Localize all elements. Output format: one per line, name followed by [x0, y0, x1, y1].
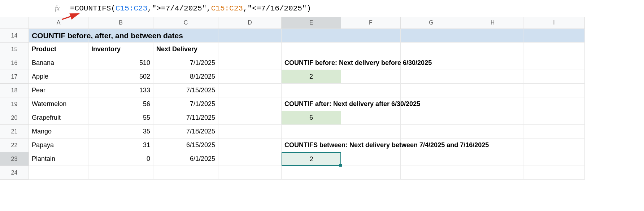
- cell-A20[interactable]: Grapefruit: [29, 111, 88, 125]
- cell-E17[interactable]: 2: [282, 70, 341, 84]
- cell-C23[interactable]: 6/1/2025: [153, 152, 218, 166]
- cell-D17[interactable]: [218, 70, 282, 84]
- cell-H14[interactable]: [462, 29, 523, 43]
- row-header-15[interactable]: 15: [0, 43, 29, 56]
- cell-A19[interactable]: Watermelon: [29, 97, 88, 111]
- select-all-corner[interactable]: [0, 17, 29, 29]
- cell-B17[interactable]: 502: [88, 70, 153, 84]
- cell-F24[interactable]: [341, 166, 401, 180]
- cell-A23[interactable]: Plantain: [29, 152, 88, 166]
- spreadsheet-grid[interactable]: A B C D E F G H I 14 COUNTIF before, aft…: [0, 17, 644, 180]
- row-header-20[interactable]: 20: [0, 111, 29, 125]
- cell-I16[interactable]: [523, 56, 585, 70]
- cell-H18[interactable]: [462, 84, 523, 97]
- row-header-21[interactable]: 21: [0, 125, 29, 139]
- cell-C24[interactable]: [153, 166, 218, 180]
- cell-H19[interactable]: [462, 97, 523, 111]
- cell-G24[interactable]: [401, 166, 462, 180]
- cell-I21[interactable]: [523, 125, 585, 139]
- cell-C16[interactable]: 7/1/2025: [153, 56, 218, 70]
- cell-H16[interactable]: [462, 56, 523, 70]
- cell-I19[interactable]: [523, 97, 585, 111]
- col-header-H[interactable]: H: [462, 17, 523, 29]
- cell-A18[interactable]: Pear: [29, 84, 88, 97]
- cell-F23[interactable]: [341, 152, 401, 166]
- cell-B21[interactable]: 35: [88, 125, 153, 139]
- cell-H24[interactable]: [462, 166, 523, 180]
- cell-A22[interactable]: Papaya: [29, 139, 88, 152]
- cell-I17[interactable]: [523, 70, 585, 84]
- cell-A24[interactable]: [29, 166, 88, 180]
- col-header-E[interactable]: E: [282, 17, 341, 29]
- cell-G21[interactable]: [401, 125, 462, 139]
- cell-G23[interactable]: [401, 152, 462, 166]
- col-header-A[interactable]: A: [29, 17, 88, 29]
- cell-C21[interactable]: 7/18/2025: [153, 125, 218, 139]
- cell-F21[interactable]: [341, 125, 401, 139]
- col-header-B[interactable]: B: [88, 17, 153, 29]
- cell-A21[interactable]: Mango: [29, 125, 88, 139]
- cell-H23[interactable]: [462, 152, 523, 166]
- row-header-16[interactable]: 16: [0, 56, 29, 70]
- row-header-19[interactable]: 19: [0, 97, 29, 111]
- formula-input[interactable]: =COUNTIFS( C15:C23 , ">=7/4/2025" , C15:…: [64, 4, 311, 13]
- cell-C15[interactable]: Next Delivery: [153, 43, 218, 56]
- col-header-D[interactable]: D: [218, 17, 282, 29]
- cell-D22[interactable]: [218, 139, 282, 152]
- cell-D21[interactable]: [218, 125, 282, 139]
- cell-F18[interactable]: [341, 84, 401, 97]
- cell-C19[interactable]: 7/1/2025: [153, 97, 218, 111]
- cell-E24[interactable]: [282, 166, 341, 180]
- cell-E22[interactable]: COUNTIFS between: Next delivery between …: [282, 139, 341, 152]
- cell-A17[interactable]: Apple: [29, 70, 88, 84]
- cell-B20[interactable]: 55: [88, 111, 153, 125]
- col-header-G[interactable]: G: [401, 17, 462, 29]
- cell-E15[interactable]: [282, 43, 341, 56]
- col-header-I[interactable]: I: [523, 17, 585, 29]
- cell-E14[interactable]: [282, 29, 341, 43]
- cell-F15[interactable]: [341, 43, 401, 56]
- cell-A16[interactable]: Banana: [29, 56, 88, 70]
- cell-C20[interactable]: 7/11/2025: [153, 111, 218, 125]
- cell-G15[interactable]: [401, 43, 462, 56]
- cell-F20[interactable]: [341, 111, 401, 125]
- cell-D23[interactable]: [218, 152, 282, 166]
- cell-B15[interactable]: Inventory: [88, 43, 153, 56]
- row-header-18[interactable]: 18: [0, 84, 29, 97]
- col-header-F[interactable]: F: [341, 17, 401, 29]
- cell-E20[interactable]: 6: [282, 111, 341, 125]
- cell-G20[interactable]: [401, 111, 462, 125]
- cell-D15[interactable]: [218, 43, 282, 56]
- cell-B16[interactable]: 510: [88, 56, 153, 70]
- cell-C17[interactable]: 8/1/2025: [153, 70, 218, 84]
- cell-G17[interactable]: [401, 70, 462, 84]
- cell-H15[interactable]: [462, 43, 523, 56]
- cell-I14[interactable]: [523, 29, 585, 43]
- cell-C18[interactable]: 7/15/2025: [153, 84, 218, 97]
- cell-D18[interactable]: [218, 84, 282, 97]
- cell-G18[interactable]: [401, 84, 462, 97]
- cell-H20[interactable]: [462, 111, 523, 125]
- cell-B23[interactable]: 0: [88, 152, 153, 166]
- cell-D19[interactable]: [218, 97, 282, 111]
- row-header-22[interactable]: 22: [0, 139, 29, 152]
- cell-E23[interactable]: 2: [282, 152, 341, 166]
- cell-D24[interactable]: [218, 166, 282, 180]
- cell-G14[interactable]: [401, 29, 462, 43]
- cell-A15[interactable]: Product: [29, 43, 88, 56]
- cell-I18[interactable]: [523, 84, 585, 97]
- cell-E18[interactable]: [282, 84, 341, 97]
- row-header-24[interactable]: 24: [0, 166, 29, 180]
- col-header-C[interactable]: C: [153, 17, 218, 29]
- cell-B18[interactable]: 133: [88, 84, 153, 97]
- cell-C22[interactable]: 6/15/2025: [153, 139, 218, 152]
- cell-I20[interactable]: [523, 111, 585, 125]
- row-header-14[interactable]: 14: [0, 29, 29, 43]
- cell-D14[interactable]: [218, 29, 282, 43]
- cell-B22[interactable]: 31: [88, 139, 153, 152]
- cell-B19[interactable]: 56: [88, 97, 153, 111]
- row-header-17[interactable]: 17: [0, 70, 29, 84]
- cell-D16[interactable]: [218, 56, 282, 70]
- cell-F14[interactable]: [341, 29, 401, 43]
- cell-I15[interactable]: [523, 43, 585, 56]
